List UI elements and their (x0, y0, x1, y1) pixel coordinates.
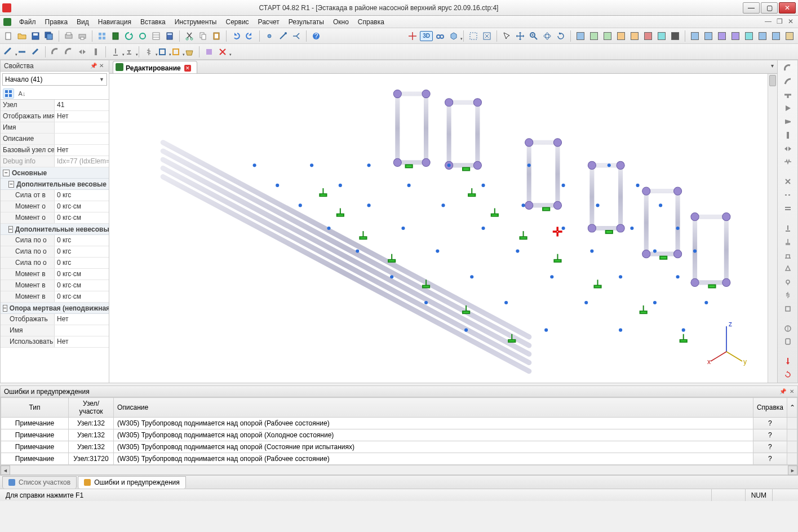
rtb-tee-icon[interactable] (781, 90, 795, 101)
error-row[interactable]: ПримечаниеУзел:31720(W305) Трубопровод п… (1, 453, 797, 465)
menu-edit[interactable]: Правка (41, 17, 73, 27)
property-value[interactable]: Нет (55, 111, 109, 122)
rtb-valve-icon[interactable] (781, 143, 795, 154)
ins-dropdown-b[interactable] (170, 46, 182, 58)
tool-e[interactable] (628, 30, 641, 42)
pipe-dropdown[interactable] (2, 46, 15, 58)
layer-e[interactable] (743, 30, 755, 42)
property-value[interactable]: 41 (55, 100, 109, 110)
property-row[interactable]: Момент в0 кгс·см (1, 269, 109, 280)
rtb-sup-e-icon[interactable] (781, 276, 795, 287)
property-value[interactable]: 0 кгс·см (55, 280, 109, 291)
panel-close-icon[interactable]: ✕ (790, 388, 794, 394)
node-button[interactable] (277, 30, 289, 42)
minimize-button[interactable]: — (743, 2, 760, 14)
target-button[interactable] (406, 30, 419, 42)
support-dropdown[interactable] (109, 46, 122, 58)
menu-nav[interactable]: Навигация (94, 17, 136, 27)
property-value[interactable] (55, 325, 109, 336)
property-row[interactable]: Сила по о0 кгс (1, 235, 109, 246)
hide-button[interactable] (203, 46, 215, 58)
property-value[interactable]: 0 кгс·см (55, 291, 109, 302)
redo-button[interactable] (243, 30, 256, 42)
rtb-pump-icon[interactable] (781, 323, 795, 334)
scroll-left-icon[interactable]: ◄ (1, 466, 10, 475)
paste-button[interactable] (210, 30, 223, 42)
tab-errors[interactable]: Ошибки и предупреждения (78, 476, 186, 489)
menu-tools[interactable]: Инструменты (170, 17, 221, 27)
rtb-spring-icon[interactable] (781, 290, 795, 301)
property-value[interactable] (55, 134, 109, 144)
property-row[interactable]: Базовый узел сетиНет (1, 145, 109, 156)
property-group[interactable]: − Дополнительные невесовые (1, 224, 109, 235)
col-desc[interactable]: Описание (114, 398, 753, 418)
tool-f[interactable] (642, 30, 654, 42)
rtb-para-icon[interactable] (781, 203, 795, 214)
report-button[interactable] (109, 30, 122, 42)
property-value[interactable]: 0 кгс (55, 235, 109, 246)
delete-dropdown[interactable] (216, 46, 229, 58)
tool-g[interactable] (655, 30, 668, 42)
rtb-force-icon[interactable] (781, 356, 795, 367)
tab-close-icon[interactable]: ✕ (184, 65, 191, 72)
property-group[interactable]: − Опора мертвая (неподвижная) (1, 303, 109, 314)
property-row[interactable]: Debug infoIdx=77 (IdxElem= (1, 156, 109, 167)
tool-b[interactable] (588, 30, 600, 42)
collapse-icon[interactable]: − (3, 170, 10, 176)
menu-window[interactable]: Окно (329, 17, 353, 27)
joint-button[interactable] (263, 30, 276, 42)
col-help[interactable]: Справка (753, 398, 787, 418)
rtb-cross-icon[interactable] (781, 176, 795, 188)
property-row[interactable]: Сила от в0 кгс (1, 190, 109, 201)
property-value[interactable] (55, 122, 109, 133)
valve-button[interactable] (76, 46, 88, 58)
panel-close-icon[interactable]: ✕ (97, 62, 105, 70)
layer-g[interactable] (770, 30, 782, 42)
rtb-flange-icon[interactable] (781, 130, 795, 141)
error-row[interactable]: ПримечаниеУзел:132(W305) Трубопровод под… (1, 441, 797, 453)
layer-h[interactable] (783, 30, 796, 42)
mdi-restore[interactable]: ❐ (774, 17, 784, 26)
menu-results[interactable]: Результаты (284, 17, 329, 27)
rtb-sup-a-icon[interactable] (781, 223, 795, 234)
rtb-reducer-icon[interactable] (781, 116, 795, 127)
maximize-button[interactable]: ▢ (761, 2, 778, 14)
menu-help[interactable]: Справка (353, 17, 389, 27)
rtb-bend-icon[interactable] (781, 63, 795, 74)
vertical-scrollbar[interactable] (768, 74, 777, 383)
horizontal-scrollbar[interactable]: ◄ ► (1, 465, 797, 475)
tool-h[interactable] (669, 30, 681, 42)
copy-button[interactable] (197, 30, 209, 42)
rtb-dash-icon[interactable] (781, 189, 795, 201)
menu-view[interactable]: Вид (72, 17, 94, 27)
property-value[interactable]: 0 кгс (55, 190, 109, 201)
binoculars-button[interactable] (434, 30, 446, 42)
print-button[interactable] (76, 30, 88, 42)
property-row[interactable]: Сила по о0 кгс (1, 258, 109, 269)
collapse-icon[interactable]: − (8, 226, 13, 233)
box-open-button[interactable] (183, 46, 196, 58)
anchor-dropdown[interactable] (123, 46, 135, 58)
help-button[interactable]: ? (310, 30, 322, 42)
scroll-up-button[interactable]: ⌃ (787, 398, 797, 418)
property-value[interactable]: 0 кгс·см (55, 269, 109, 280)
layer-a[interactable] (689, 30, 701, 42)
bend-a-button[interactable] (49, 46, 61, 58)
tool-c[interactable] (601, 30, 614, 42)
rtb-moment-icon[interactable] (781, 369, 795, 380)
zoom-in-button[interactable] (527, 30, 540, 42)
collapse-icon[interactable]: − (3, 305, 7, 312)
property-value[interactable]: Нет (55, 314, 109, 325)
tile-button[interactable] (96, 30, 108, 42)
property-row[interactable]: Момент о0 кгс·см (1, 201, 109, 212)
error-row[interactable]: ПримечаниеУзел:132(W305) Трубопровод под… (1, 429, 797, 441)
tab-sections[interactable]: Список участков (2, 476, 77, 489)
flange-button[interactable] (90, 46, 102, 58)
object-selector[interactable]: Начало (41) ▼ (2, 73, 107, 86)
menu-file[interactable]: Файл (15, 17, 41, 27)
viewport-3d[interactable]: ✛ z x y (109, 74, 777, 383)
menu-calc[interactable]: Расчет (254, 17, 284, 27)
property-value[interactable]: 0 кгс (55, 258, 109, 268)
branch-button[interactable] (290, 30, 303, 42)
col-node[interactable]: Узел/участок (69, 398, 114, 418)
